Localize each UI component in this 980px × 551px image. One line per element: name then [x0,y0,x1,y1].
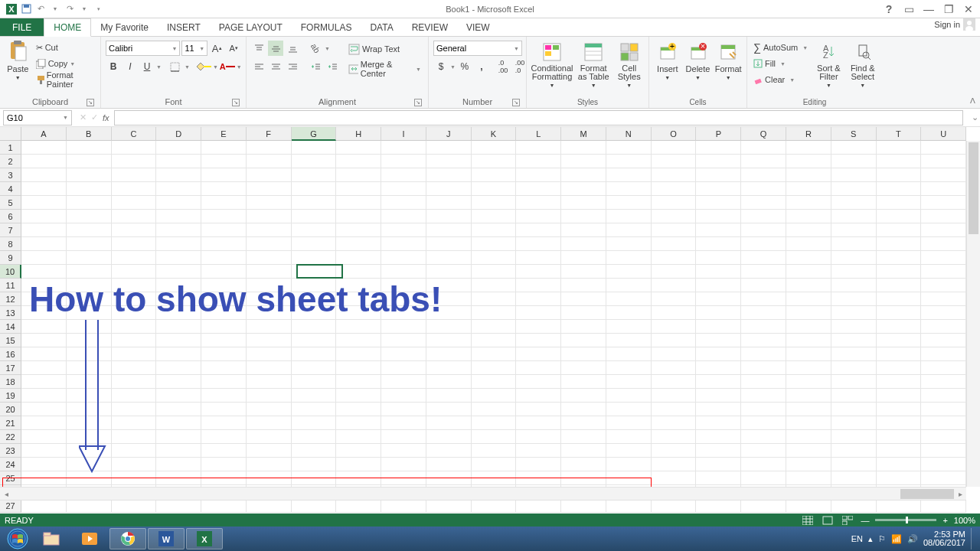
redo-icon[interactable]: ↷ [63,2,77,16]
qat-customize[interactable]: ▾ [92,2,106,16]
name-box[interactable]: G10▼ [3,110,72,126]
underline-button[interactable]: U [139,59,155,74]
delete-cells-button[interactable]: ×Delete▼ [684,38,712,80]
align-right-button[interactable] [285,59,300,74]
row-header[interactable]: 2 [0,155,21,168]
expand-formula-icon[interactable]: ⌄ [969,112,980,122]
tab-view[interactable]: VIEW [457,18,499,36]
taskbar-chrome[interactable] [109,528,146,549]
format-cells-button[interactable]: Format▼ [714,38,742,80]
row-header[interactable]: 8 [0,237,21,251]
conditional-formatting-button[interactable]: Conditional Formatting▼ [531,38,573,88]
fill-color-button[interactable] [196,59,211,74]
help-icon[interactable]: ? [880,3,897,15]
row-header[interactable]: 23 [0,444,21,458]
col-header[interactable]: B [67,127,112,141]
taskbar-excel[interactable]: X [186,528,223,549]
col-header[interactable]: C [112,127,157,141]
tray-volume-icon[interactable]: 🔊 [907,534,918,544]
row-header[interactable]: 16 [0,347,21,361]
col-header[interactable]: Q [741,127,786,141]
sort-filter-button[interactable]: AZSort & Filter▼ [814,38,843,88]
align-middle-button[interactable] [268,41,283,56]
enter-formula-icon[interactable]: ✓ [91,112,98,122]
increase-indent-button[interactable] [325,59,340,74]
undo-dd[interactable]: ▼ [48,2,62,16]
grow-font-button[interactable]: A▴ [209,41,224,56]
ribbon-opts-icon[interactable]: ▭ [900,3,917,15]
col-header[interactable]: S [831,127,877,141]
row-header[interactable]: 25 [0,471,21,485]
col-header[interactable]: J [426,127,472,141]
row-header[interactable]: 4 [0,182,21,196]
clear-button[interactable]: Clear▼ [752,72,809,87]
tray-up-icon[interactable]: ▴ [868,534,873,544]
row-header[interactable]: 7 [0,223,21,237]
row-header[interactable]: 14 [0,320,21,334]
tray-lang[interactable]: EN [851,534,863,543]
spreadsheet-grid[interactable]: ABCDEFGHIJKLMNOPQRSTU 123456789101112131… [0,127,980,514]
find-select-button[interactable]: Find & Select▼ [848,38,877,88]
col-header[interactable]: D [156,127,201,141]
tab-home[interactable]: HOME [44,18,91,37]
page-break-view-icon[interactable] [841,515,854,525]
orientation-button[interactable]: ab [308,41,323,56]
restore-icon[interactable]: ❐ [940,3,957,15]
start-button[interactable] [3,528,32,549]
row-header[interactable]: 13 [0,306,21,320]
row-header[interactable]: 22 [0,430,21,444]
col-header[interactable]: I [381,127,426,141]
col-header[interactable]: R [786,127,831,141]
comma-button[interactable]: , [474,59,489,74]
zoom-in-button[interactable]: + [942,516,947,525]
row-header[interactable]: 10 [0,265,21,279]
col-header[interactable]: M [561,127,606,141]
taskbar-word[interactable]: W [148,528,185,549]
col-header[interactable]: K [472,127,517,141]
col-header[interactable]: U [921,127,966,141]
alignment-launcher[interactable]: ↘ [414,99,422,106]
row-header[interactable]: 20 [0,403,21,416]
font-size-select[interactable]: 11▼ [181,41,207,56]
align-bottom-button[interactable] [285,41,300,56]
row-header[interactable]: 12 [0,292,21,306]
tray-flag-icon[interactable]: ⚐ [878,534,886,544]
row-header[interactable]: 19 [0,389,21,403]
clipboard-launcher[interactable]: ↘ [87,99,94,106]
shrink-font-button[interactable]: A▾ [226,41,241,56]
decrease-decimal-button[interactable]: .00.0 [512,59,528,74]
page-layout-view-icon[interactable] [821,515,835,525]
save-icon[interactable] [19,2,33,16]
italic-button[interactable]: I [122,59,138,74]
col-header[interactable]: P [696,127,741,141]
vertical-scrollbar[interactable] [966,141,980,487]
col-header[interactable]: H [336,127,381,141]
taskbar-explorer[interactable] [33,528,70,549]
tab-review[interactable]: REVIEW [403,18,457,36]
borders-button[interactable] [168,59,183,74]
copy-button[interactable]: Copy▼ [34,56,96,71]
row-header[interactable]: 17 [0,361,21,375]
font-name-select[interactable]: Calibri▼ [106,41,180,56]
collapse-ribbon-icon[interactable]: ᐱ [970,96,975,105]
bold-button[interactable]: B [106,59,121,74]
paste-button[interactable]: Paste▼ [5,38,31,80]
fill-button[interactable]: Fill▼ [752,56,809,71]
cell-styles-button[interactable]: Cell Styles▼ [614,38,644,88]
zoom-slider[interactable] [875,519,936,521]
row-header[interactable]: 1 [0,141,21,155]
align-top-button[interactable] [251,41,266,56]
row-header[interactable]: 24 [0,458,21,471]
select-all-corner[interactable] [0,127,21,141]
number-launcher[interactable]: ↘ [512,99,520,106]
fx-icon[interactable]: fx [103,113,109,122]
tab-insert[interactable]: INSERT [158,18,210,36]
show-desktop-button[interactable] [971,528,977,549]
col-header[interactable]: T [877,127,922,141]
cancel-formula-icon[interactable]: ✕ [80,112,87,122]
row-header[interactable]: 11 [0,279,21,292]
row-header[interactable]: 3 [0,168,21,182]
tab-file[interactable]: FILE [0,18,44,36]
normal-view-icon[interactable] [801,515,815,525]
row-header[interactable]: 18 [0,375,21,389]
